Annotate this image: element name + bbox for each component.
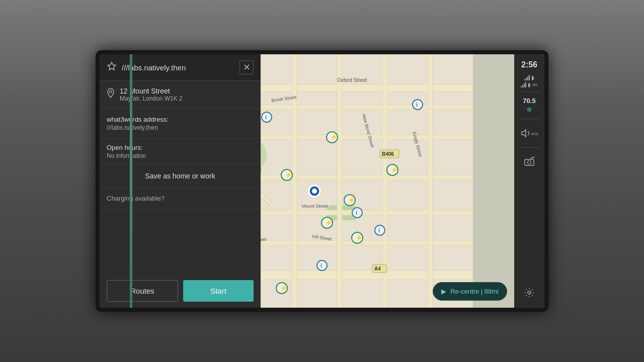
temp-vol-section: 70.5 ❄ [523,95,535,116]
svg-text:⚡: ⚡ [355,234,363,241]
signal-bar-8 [525,82,526,87]
screen: F R 72.0 M [100,54,544,308]
address-main: 12 Mount Street [120,87,183,95]
snowflake-icon: ❄ [526,106,532,114]
svg-text:i: i [356,210,357,216]
svg-text:i: i [265,114,267,120]
signal-info: ▮ ▮ 4G [521,73,538,88]
address-sub: Mayfair, London W1K 2 [120,95,183,102]
signal-bar-7 [524,83,525,87]
signal-bar-2 [526,78,527,80]
address-text: 12 Mount Street Mayfair, London W1K 2 [120,87,183,102]
accent-bar [130,54,132,308]
svg-text:⚡: ⚡ [285,171,292,178]
popup-header: ///labs.natively.then ✕ [100,54,261,81]
star-icon[interactable] [107,61,117,74]
right-divider-3 [519,147,539,148]
vol-label: VOL [531,132,539,136]
svg-text:A4: A4 [374,266,381,272]
charging-label: Charging available? [107,195,254,202]
recentre-arrow-icon: ▶ [441,288,446,295]
clock-display: 2:56 [521,58,537,71]
svg-text:B406: B406 [382,151,394,157]
svg-text:Oxford Street: Oxford Street [337,77,367,83]
save-home-work-button[interactable]: Save as home or work [100,165,261,188]
right-divider-1 [519,92,539,92]
svg-rect-27 [292,54,297,308]
network-label: 4G [532,82,538,87]
popup-footer: Routes Start [100,275,261,308]
volume-icon[interactable]: VOL [518,122,540,144]
hours-label: Open hours: [107,144,254,151]
close-button[interactable]: ✕ [239,60,254,74]
svg-point-13 [110,90,112,93]
save-home-work-label: Save as home or work [107,172,254,180]
right-divider-2 [519,119,539,119]
signal-bars-1 [524,74,530,80]
popup-address: 12 Mount Street Mayfair, London W1K 2 [100,81,261,109]
signal-bar-5 [521,86,522,87]
signal-bar-1 [524,79,525,80]
signal-bar-6 [522,85,523,87]
signal-bar-4 [529,75,530,80]
svg-text:i: i [320,262,322,268]
svg-text:⚡: ⚡ [348,196,355,204]
gear-icon[interactable] [518,282,540,304]
right-sidebar: 2:56 ▮ [514,54,544,308]
svg-text:i: i [378,227,380,233]
popup-spacer [100,210,261,275]
svg-text:Mount Street: Mount Street [302,204,328,209]
open-hours-section: Open hours: No information [100,139,261,165]
signal-bars-2 [521,81,526,87]
snowflake-row: ❄ [526,106,532,114]
signal-row-1: ▮ [524,74,534,80]
recentre-button[interactable]: ▶ Re-centre | 88mi [433,282,507,301]
svg-rect-72 [525,159,534,165]
svg-rect-30 [428,54,433,308]
battery-icon-1: ▮ [531,75,534,80]
svg-point-71 [312,189,317,194]
svg-rect-28 [337,54,342,308]
signal-bar-3 [527,76,528,80]
w3w-info: what3words address: ///labs.natively.the… [100,109,261,139]
popup-title: ///labs.natively.then [122,63,234,72]
svg-text:⚡: ⚡ [280,284,287,292]
svg-point-73 [528,161,531,164]
w3w-value: ///labs.natively.then [107,124,254,131]
signal-row-2: ▮ 4G [521,81,538,87]
battery-icon-2: ▮ [528,82,531,87]
recentre-label: Re-centre | 88mi [450,288,499,295]
svg-text:⚡: ⚡ [390,166,398,173]
car-frame: F R 72.0 M [0,0,644,362]
screen-bezel: F R 72.0 M [96,50,548,312]
svg-text:⚡: ⚡ [330,133,338,141]
location-popup: ///labs.natively.then ✕ 12 Mount Street … [100,54,261,308]
right-temp-display: 70.5 [523,97,535,105]
location-pin-icon [107,88,115,100]
hours-value: No information [107,152,254,159]
camera-icon[interactable] [518,151,540,173]
svg-point-74 [528,291,531,294]
charging-section: Charging available? [100,188,261,210]
svg-text:i: i [416,102,418,108]
svg-text:⚡: ⚡ [325,219,333,226]
start-button[interactable]: Start [183,280,254,302]
routes-button[interactable]: Routes [107,280,178,302]
w3w-label: what3words address: [107,116,254,123]
